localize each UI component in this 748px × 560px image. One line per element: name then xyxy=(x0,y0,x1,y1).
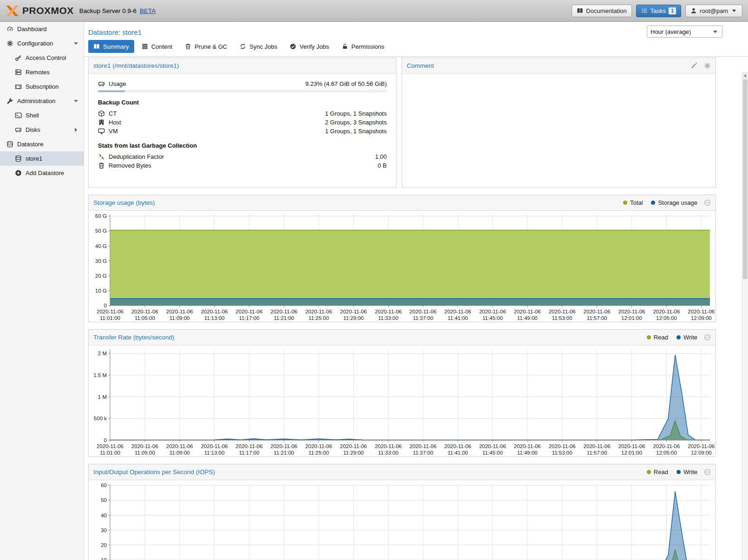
legend-dot-icon xyxy=(676,470,681,474)
user-icon xyxy=(690,7,697,14)
collapse-icon[interactable] xyxy=(704,199,711,206)
sidebar-item-add-datastore[interactable]: Add Datastore xyxy=(0,166,84,180)
ticket-icon xyxy=(15,83,22,90)
tab-content[interactable]: Content xyxy=(137,40,178,53)
sidebar-item-label: Add Datastore xyxy=(26,169,64,176)
sidebar-item-remotes[interactable]: Remotes xyxy=(0,65,84,79)
collapse-icon[interactable] xyxy=(704,469,711,475)
chart-header: Storage usage (bytes)TotalStorage usage xyxy=(89,195,715,211)
sidebar-item-label: Access Control xyxy=(26,54,66,61)
gears-icon xyxy=(7,40,13,47)
topbar-actions: Documentation Tasks 1 root@pam xyxy=(572,5,742,17)
sidebar-item-disks[interactable]: Disks xyxy=(0,123,84,137)
storage-usage-chart: 010 G20 G30 G40 G50 G60 G2020-11-0611:01… xyxy=(89,211,715,322)
gauge-icon xyxy=(7,26,13,33)
user-menu-button[interactable]: root@pam xyxy=(685,5,742,17)
trash-icon xyxy=(185,43,191,50)
transfer-rate-chart: 0500 k1 M1.5 M2 M2020-11-0611:01:002020-… xyxy=(89,345,715,457)
sidebar-item-shell[interactable]: Shell xyxy=(0,108,84,123)
svg-text:2020-11-06: 2020-11-06 xyxy=(479,309,506,314)
svg-text:2020-11-06: 2020-11-06 xyxy=(688,443,715,449)
transfer-rate-panel: Transfer Rate (bytes/second)ReadWrite050… xyxy=(88,329,716,457)
documentation-label: Documentation xyxy=(586,7,626,14)
scroll-up-button[interactable] xyxy=(742,72,748,79)
sidebar-item-access-control[interactable]: Access Control xyxy=(0,51,84,65)
svg-text:11:17:00: 11:17:00 xyxy=(239,450,260,456)
edit-comment-icon[interactable] xyxy=(690,62,697,69)
svg-text:2020-11-06: 2020-11-06 xyxy=(305,309,332,314)
vertical-scrollbar[interactable] xyxy=(742,72,748,560)
sidebar-item-administration[interactable]: Administration xyxy=(0,94,84,108)
collapse-icon[interactable] xyxy=(704,334,711,341)
summary-row: store1 (/mnt/datastores/store1) Usage 9.… xyxy=(88,58,716,188)
svg-text:11:45:00: 11:45:00 xyxy=(482,450,503,456)
tab-verify-jobs[interactable]: Verify Jobs xyxy=(285,40,334,53)
svg-text:50 G: 50 G xyxy=(95,228,107,234)
svg-text:2020-11-06: 2020-11-06 xyxy=(514,443,541,449)
gear-icon[interactable] xyxy=(704,62,711,69)
chart-header: Transfer Rate (bytes/second)ReadWrite xyxy=(89,330,715,345)
svg-text:2020-11-06: 2020-11-06 xyxy=(375,443,402,449)
chart-title: Input/Output Operations per Second (IOPS… xyxy=(93,469,215,475)
beta-link[interactable]: BETA xyxy=(140,7,156,14)
content-area: store1 (/mnt/datastores/store1) Usage 9.… xyxy=(84,57,716,560)
svg-text:30 G: 30 G xyxy=(95,258,107,264)
svg-text:11:49:00: 11:49:00 xyxy=(517,315,538,321)
tab-prune-gc[interactable]: Prune & GC xyxy=(180,40,232,53)
svg-text:11:25:00: 11:25:00 xyxy=(308,315,329,321)
app-title: Backup Server 0.9-6 xyxy=(79,7,137,14)
tab-sync-jobs[interactable]: Sync Jobs xyxy=(234,40,282,53)
legend-total[interactable]: Total xyxy=(623,199,643,206)
svg-text:2020-11-06: 2020-11-06 xyxy=(271,309,298,314)
sidebar: DashboardConfigurationAccess ControlRemo… xyxy=(0,22,84,560)
legend-dot-icon xyxy=(676,335,681,339)
usage-progress-fill xyxy=(98,91,125,92)
legend-read[interactable]: Read xyxy=(647,469,668,475)
legend-write[interactable]: Write xyxy=(676,469,697,475)
time-range-select[interactable]: Hour (average) xyxy=(647,26,722,38)
gc-stat-row-removed-bytes: Removed Bytes0 B xyxy=(98,161,387,170)
svg-text:2020-11-06: 2020-11-06 xyxy=(305,443,332,449)
legend-write[interactable]: Write xyxy=(676,334,697,341)
svg-text:11:33:00: 11:33:00 xyxy=(378,450,398,456)
main-layout: DashboardConfigurationAccess ControlRemo… xyxy=(0,22,748,560)
caret-down-icon xyxy=(72,98,79,104)
tab-permissions[interactable]: Permissions xyxy=(337,40,390,53)
backup-count-value: 2 Groups, 3 Snapshots xyxy=(325,119,387,126)
svg-text:11:53:00: 11:53:00 xyxy=(552,450,572,456)
iops-chart: 01020304050602020-11-0611:01:002020-11-0… xyxy=(89,480,715,560)
svg-text:500 k: 500 k xyxy=(94,416,107,421)
legend-storage-usage[interactable]: Storage usage xyxy=(651,199,697,206)
legend-read[interactable]: Read xyxy=(647,334,668,341)
sidebar-item-datastore[interactable]: Datastore xyxy=(0,137,84,151)
svg-text:60 G: 60 G xyxy=(95,213,107,219)
svg-text:11:45:00: 11:45:00 xyxy=(482,315,503,321)
svg-text:2020-11-06: 2020-11-06 xyxy=(549,443,576,449)
chart-title: Storage usage (bytes) xyxy=(93,199,155,206)
datastore-summary-header: store1 (/mnt/datastores/store1) xyxy=(89,58,396,74)
svg-text:12:01:00: 12:01:00 xyxy=(621,450,642,456)
server-icon xyxy=(15,69,22,76)
tab-label: Summary xyxy=(103,43,129,50)
tab-summary[interactable]: Summary xyxy=(88,40,134,53)
sidebar-item-configuration[interactable]: Configuration xyxy=(0,36,84,51)
database-icon xyxy=(7,141,13,148)
terminal-icon xyxy=(15,112,22,119)
backup-count-row-vm: VM1 Groups, 1 Snapshots xyxy=(98,127,387,136)
datastore-summary-body: Usage 9.23% (4.67 GiB of 50.56 GiB) Back… xyxy=(89,74,396,170)
tasks-button[interactable]: Tasks 1 xyxy=(636,5,681,17)
backup-count-value: 1 Groups, 1 Snapshots xyxy=(325,128,387,135)
sidebar-item-dashboard[interactable]: Dashboard xyxy=(0,22,84,36)
svg-text:11:21:00: 11:21:00 xyxy=(274,450,294,456)
svg-text:2020-11-06: 2020-11-06 xyxy=(584,309,611,314)
sidebar-item-store1[interactable]: store1 xyxy=(0,151,84,166)
chart-tools: ReadWrite xyxy=(638,469,711,475)
svg-text:20 G: 20 G xyxy=(95,273,107,279)
svg-text:11:29:00: 11:29:00 xyxy=(343,450,364,456)
backup-count-row-ct: CT1 Groups, 1 Snapshots xyxy=(98,109,387,118)
documentation-button[interactable]: Documentation xyxy=(572,5,631,17)
svg-text:11:21:00: 11:21:00 xyxy=(274,315,294,321)
cube-icon xyxy=(98,110,105,117)
sidebar-item-subscription[interactable]: Subscription xyxy=(0,79,84,94)
scrollbar-thumb[interactable] xyxy=(743,79,748,279)
